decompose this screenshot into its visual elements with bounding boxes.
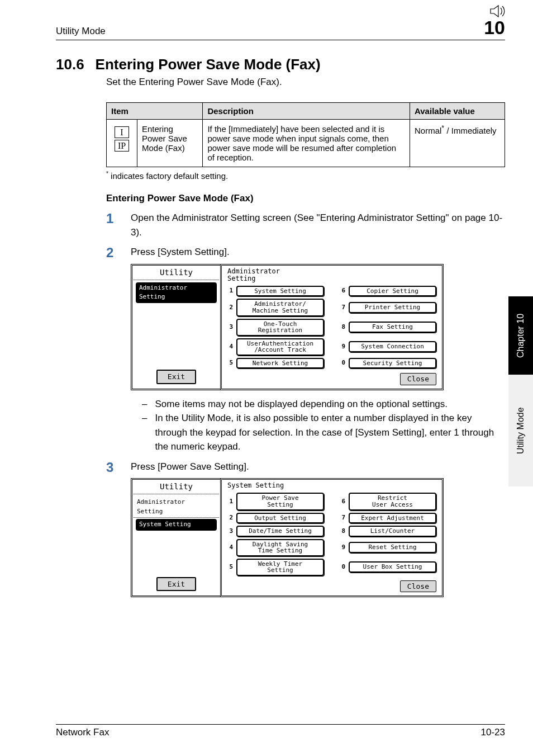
step-body-2: Press [System Setting]. bbox=[131, 245, 505, 259]
btn-network-setting[interactable]: Network Setting bbox=[236, 358, 324, 369]
thumb-tab-section: Utility Mode bbox=[508, 375, 533, 486]
btn-admin-machine-setting[interactable]: Administrator/ Machine Setting bbox=[236, 299, 324, 316]
btn-restrict-user-access[interactable]: Restrict User Access bbox=[349, 493, 436, 510]
step-body-1: Open the Administrator Setting screen (S… bbox=[131, 211, 505, 239]
btn-system-setting[interactable]: System Setting bbox=[236, 286, 324, 297]
admin-setting-panel: Utility Administrator Setting Exit Admin… bbox=[131, 264, 444, 390]
chapter-number: 10 bbox=[484, 17, 505, 39]
sidebar-item-admin-setting[interactable]: Administrator Setting bbox=[136, 282, 217, 303]
iip-bottom: IP bbox=[115, 140, 129, 152]
footer-left: Network Fax bbox=[56, 727, 109, 738]
footnote: * indicates factory default setting. bbox=[106, 171, 505, 181]
sidebar-item-admin-setting-2[interactable]: Administrator Setting bbox=[134, 497, 219, 518]
step-body-3: Press [Power Save Setting]. bbox=[131, 460, 505, 474]
btn-copier-setting[interactable]: Copier Setting bbox=[349, 286, 436, 297]
system-setting-panel: Utility Administrator Setting System Set… bbox=[131, 478, 444, 597]
running-head: Utility Mode 10 bbox=[56, 17, 505, 40]
close-button[interactable]: Close bbox=[400, 373, 436, 385]
subheading: Entering Power Save Mode (Fax) bbox=[106, 193, 505, 204]
speaker-icon bbox=[489, 4, 505, 18]
section-lead: Set the Entering Power Save Mode (Fax). bbox=[106, 77, 505, 88]
exit-button-2[interactable]: Exit bbox=[156, 577, 196, 592]
btn-user-box[interactable]: User Box Setting bbox=[349, 561, 436, 573]
section-number: 10.6 bbox=[56, 56, 84, 73]
btn-list-counter[interactable]: List/Counter bbox=[349, 526, 436, 537]
step-number-3: 3 bbox=[106, 460, 117, 598]
note-1: Some items may not be displayed dependin… bbox=[155, 397, 448, 412]
spec-table: Item Description Available value I IP En… bbox=[106, 102, 505, 167]
btn-date-time[interactable]: Date/Time Setting bbox=[236, 526, 324, 537]
item-label: Entering Power Save Mode (Fax) bbox=[137, 120, 203, 167]
th-item: Item bbox=[107, 103, 203, 120]
th-description: Description bbox=[203, 103, 410, 120]
thumb-tab: Chapter 10 Utility Mode bbox=[508, 296, 533, 486]
iip-top: I bbox=[115, 126, 129, 138]
thumb-tab-chapter: Chapter 10 bbox=[508, 296, 533, 375]
btn-daylight-saving[interactable]: Daylight Saving Time Setting bbox=[236, 539, 324, 556]
panel2-title: System Setting bbox=[227, 482, 436, 489]
item-available: Normal* / Immediately bbox=[410, 120, 505, 167]
footer-right: 10-23 bbox=[481, 727, 505, 738]
utility-label-2: Utility bbox=[134, 481, 219, 494]
btn-expert-adjustment[interactable]: Expert Adjustment bbox=[349, 513, 436, 524]
btn-system-connection[interactable]: System Connection bbox=[349, 341, 436, 352]
btn-fax-setting[interactable]: Fax Setting bbox=[349, 322, 436, 333]
step-number-2: 2 bbox=[106, 245, 117, 454]
sidebar-item-system-setting[interactable]: System Setting bbox=[136, 519, 217, 531]
btn-reset-setting[interactable]: Reset Setting bbox=[349, 542, 436, 553]
iip-badges: I IP bbox=[111, 124, 132, 155]
step-number-1: 1 bbox=[106, 211, 117, 239]
footer: Network Fax 10-23 bbox=[56, 724, 505, 738]
th-available: Available value bbox=[410, 103, 505, 120]
btn-printer-setting[interactable]: Printer Setting bbox=[349, 302, 436, 313]
btn-output-setting[interactable]: Output Setting bbox=[236, 513, 324, 524]
note-2: In the Utility Mode, it is also possible… bbox=[155, 411, 505, 454]
btn-weekly-timer[interactable]: Weekly Timer Setting bbox=[236, 559, 324, 576]
close-button-2[interactable]: Close bbox=[400, 580, 436, 593]
section-title: Entering Power Save Mode (Fax) bbox=[96, 56, 505, 73]
btn-security-setting[interactable]: Security Setting bbox=[349, 358, 436, 369]
btn-user-auth[interactable]: UserAuthentication /Account Track bbox=[236, 338, 324, 356]
exit-button[interactable]: Exit bbox=[156, 370, 196, 384]
running-head-left: Utility Mode bbox=[56, 26, 106, 37]
panel-title: Administrator Setting bbox=[227, 268, 436, 282]
item-description: If the [Immediately] have been selected … bbox=[203, 120, 410, 167]
btn-one-touch-reg[interactable]: One-Touch Registration bbox=[236, 319, 324, 336]
utility-label: Utility bbox=[134, 267, 219, 280]
btn-power-save[interactable]: Power Save Setting bbox=[236, 493, 324, 510]
